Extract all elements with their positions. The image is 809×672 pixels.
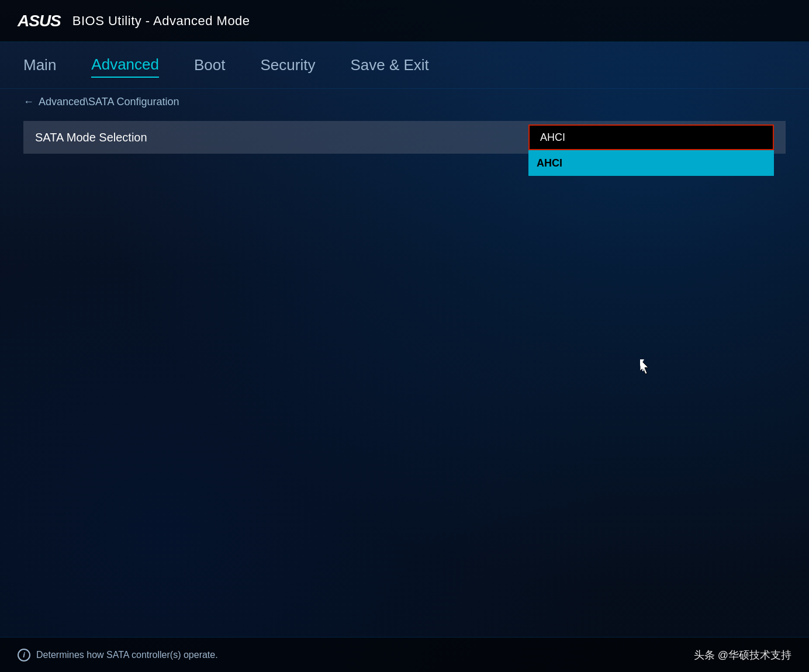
dropdown-selected[interactable]: AHCI <box>528 124 774 150</box>
asus-logo: ASUS <box>18 12 61 30</box>
nav-item-boot[interactable]: Boot <box>194 53 226 77</box>
sata-mode-dropdown[interactable]: AHCI AHCI <box>528 124 774 150</box>
dropdown-selected-value: AHCI <box>535 130 570 145</box>
cursor <box>640 359 652 373</box>
svg-marker-0 <box>640 359 648 374</box>
info-icon: i <box>18 649 30 661</box>
dropdown-option-ahci[interactable]: AHCI <box>528 150 774 176</box>
watermark: 头条 @华硕技术支持 <box>694 648 791 662</box>
nav-item-main[interactable]: Main <box>23 53 56 77</box>
breadcrumb-arrow[interactable]: ← <box>23 96 34 108</box>
bottom-info: i Determines how SATA controller(s) oper… <box>18 649 218 661</box>
header-title: BIOS Utility - Advanced Mode <box>72 13 250 29</box>
main-content: SATA Mode Selection AHCI AHCI <box>0 121 809 154</box>
breadcrumb: ← Advanced\SATA Configuration <box>0 89 809 115</box>
nav-item-security[interactable]: Security <box>261 53 316 77</box>
sata-mode-label: SATA Mode Selection <box>35 131 528 144</box>
nav-bar: Main Advanced Boot Security Save & Exit <box>0 42 809 89</box>
info-text: Determines how SATA controller(s) operat… <box>36 650 218 660</box>
breadcrumb-path: Advanced\SATA Configuration <box>39 96 179 108</box>
nav-item-advanced[interactable]: Advanced <box>91 53 159 78</box>
setting-row-sata: SATA Mode Selection AHCI AHCI <box>23 121 786 154</box>
header: ASUS BIOS Utility - Advanced Mode <box>0 0 809 42</box>
bottom-bar: i Determines how SATA controller(s) oper… <box>0 637 809 672</box>
dropdown-options: AHCI <box>528 150 774 176</box>
nav-item-save-exit[interactable]: Save & Exit <box>350 53 428 77</box>
